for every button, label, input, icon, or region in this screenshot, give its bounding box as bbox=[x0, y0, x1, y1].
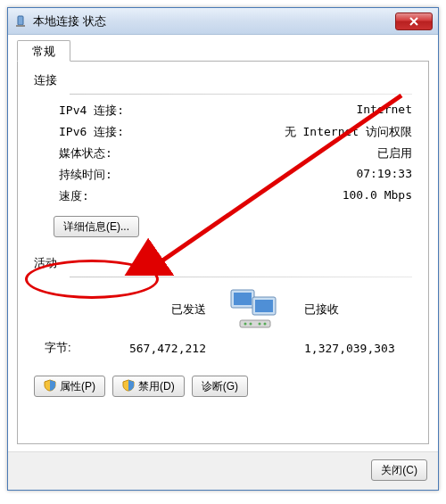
speed-value: 100.0 Mbps bbox=[343, 188, 412, 204]
status-dialog: 本地连接 状态 常规 连接 IPv4 连接: Internet IPv6 连接:… bbox=[7, 7, 439, 491]
recv-value: 1,327,039,303 bbox=[295, 342, 412, 355]
sent-label: 已发送 bbox=[98, 302, 215, 318]
disable-button[interactable]: 禁用(D) bbox=[112, 376, 185, 397]
svg-rect-0 bbox=[18, 16, 23, 25]
duration-label: 持续时间: bbox=[59, 167, 112, 183]
disable-label: 禁用(D) bbox=[138, 379, 175, 394]
ipv6-row: IPv6 连接: 无 Internet 访问权限 bbox=[34, 121, 412, 143]
details-button[interactable]: 详细信息(E)... bbox=[54, 216, 139, 237]
activity-icon bbox=[215, 286, 295, 333]
svg-point-10 bbox=[259, 323, 261, 326]
connection-heading: 连接 bbox=[34, 72, 412, 88]
svg-rect-6 bbox=[255, 300, 273, 312]
activity-labels-row: 已发送 已接收 bbox=[34, 283, 412, 336]
properties-button[interactable]: 属性(P) bbox=[34, 376, 105, 397]
svg-point-9 bbox=[250, 323, 252, 326]
activity-heading: 活动 bbox=[34, 255, 412, 271]
window-title: 本地连接 状态 bbox=[33, 13, 395, 29]
svg-rect-1 bbox=[16, 25, 25, 27]
media-value: 已启用 bbox=[377, 145, 412, 161]
ipv4-row: IPv4 连接: Internet bbox=[34, 100, 412, 121]
svg-point-8 bbox=[244, 323, 247, 326]
speed-row: 速度: 100.0 Mbps bbox=[34, 186, 412, 207]
shield-icon bbox=[44, 379, 56, 394]
action-row: 属性(P) 禁用(D) 诊断(G) bbox=[34, 376, 412, 397]
duration-value: 07:19:33 bbox=[356, 167, 412, 183]
bytes-label: 字节: bbox=[45, 340, 98, 356]
sent-value: 567,472,212 bbox=[98, 342, 215, 355]
ipv6-value: 无 Internet 访问权限 bbox=[285, 124, 412, 140]
divider bbox=[70, 94, 412, 95]
dialog-footer: 关闭(C) bbox=[8, 451, 438, 490]
ipv6-label: IPv6 连接: bbox=[59, 124, 124, 140]
duration-row: 持续时间: 07:19:33 bbox=[34, 164, 412, 186]
ipv4-value: Internet bbox=[356, 103, 412, 119]
activity-bytes-row: 字节: 567,472,212 1,327,039,303 bbox=[34, 336, 412, 359]
network-icon bbox=[13, 14, 28, 29]
svg-point-11 bbox=[264, 323, 267, 326]
media-row: 媒体状态: 已启用 bbox=[34, 143, 412, 164]
activity-section: 活动 已发送 bbox=[34, 255, 412, 359]
dialog-body: 常规 连接 IPv4 连接: Internet IPv6 连接: 无 Inter… bbox=[8, 35, 438, 451]
titlebar: 本地连接 状态 bbox=[8, 8, 438, 35]
diagnose-button[interactable]: 诊断(G) bbox=[192, 376, 248, 397]
shield-icon bbox=[122, 379, 135, 394]
close-button[interactable]: 关闭(C) bbox=[371, 459, 427, 481]
divider bbox=[70, 277, 412, 277]
speed-label: 速度: bbox=[59, 188, 89, 204]
recv-label: 已接收 bbox=[295, 302, 412, 318]
tabstrip: 常规 bbox=[17, 40, 429, 62]
tab-general[interactable]: 常规 bbox=[17, 40, 70, 62]
svg-rect-4 bbox=[234, 293, 252, 305]
close-window-button[interactable] bbox=[395, 12, 433, 30]
media-label: 媒体状态: bbox=[59, 145, 112, 161]
properties-label: 属性(P) bbox=[60, 379, 95, 394]
tab-panel-general: 连接 IPv4 连接: Internet IPv6 连接: 无 Internet… bbox=[17, 61, 429, 444]
ipv4-label: IPv4 连接: bbox=[59, 103, 124, 119]
